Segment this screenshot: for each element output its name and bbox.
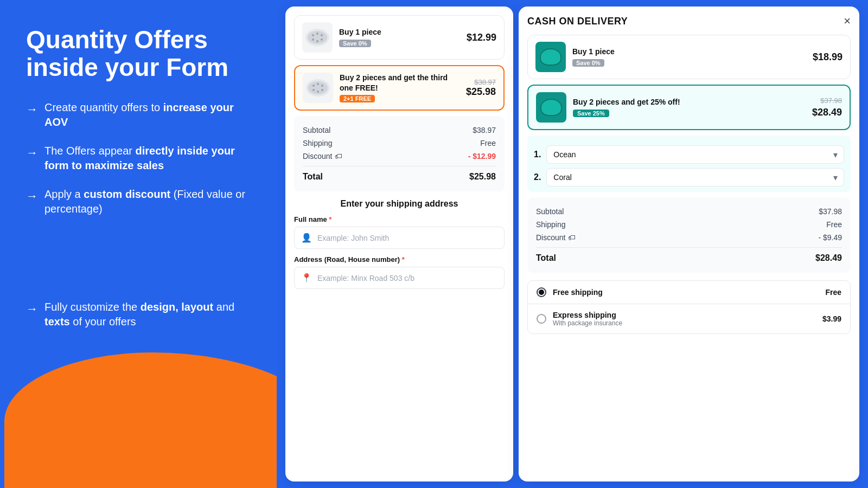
offer-info-2: Buy 2 pieces and get the third one FREE!…	[340, 73, 459, 102]
address-section-title: Enter your shipping address	[294, 199, 505, 209]
total-label: Total	[303, 172, 323, 182]
bullets-list: → Create quantity offers to increase you…	[26, 100, 255, 294]
bullet-text-1: Create quantity offers to increase your …	[44, 100, 255, 130]
r-subtotal-value: $37.98	[819, 207, 842, 216]
address-field: Address (Road, House number) * 📍 Example…	[294, 255, 505, 296]
bullet-text-3: Apply a custom discount (Fixed value or …	[44, 187, 255, 216]
shipping-row: Shipping Free	[303, 137, 496, 150]
r-save-badge-1: Save 0%	[572, 59, 604, 67]
offer-price-1: $12.99	[467, 32, 496, 43]
shipping-free-info: Free shipping	[553, 288, 819, 297]
person-icon: 👤	[301, 233, 312, 243]
offer-card-2[interactable]: Buy 2 pieces and get the third one FREE!…	[294, 65, 505, 111]
full-name-label: Full name *	[294, 215, 505, 223]
address-label: Address (Road, House number) *	[294, 255, 505, 264]
tag-icon: 🏷	[335, 152, 342, 160]
radio-inner-free	[539, 290, 544, 295]
radio-express[interactable]	[537, 314, 546, 324]
page-title: Quantity Offers inside your Form	[26, 26, 255, 81]
dropdown-row-2: 2. Coral Red Pink ▾	[534, 168, 844, 187]
right-panel: CASH ON DELIVERY × Buy 1 piece Save 0% $…	[519, 7, 859, 481]
dropdowns-container: 1. Ocean Teal Blue ▾ 2. Coral Red Pink ▾	[527, 136, 851, 192]
offer-title-2: Buy 2 pieces and get the third one FREE!	[340, 73, 459, 92]
shipping-label: Shipping	[303, 139, 333, 147]
r-total-label: Total	[536, 253, 556, 263]
shipping-express-sub: With package insurance	[553, 319, 816, 327]
shipping-express-name: Express shipping	[553, 311, 816, 319]
left-panel: Quantity Offers inside your Form → Creat…	[0, 0, 277, 488]
r-price-original-2: $37.98	[820, 97, 842, 105]
offer-card-1[interactable]: Buy 1 piece Save 0% $12.99	[294, 15, 505, 60]
r-save-badge-2: Save 25%	[573, 110, 609, 117]
r-discount-row: Discount 🏷 - $9.49	[536, 231, 842, 244]
dropdown-select-2[interactable]: Coral Red Pink	[546, 168, 844, 187]
arrow-icon-4: →	[26, 301, 38, 317]
arrow-icon-1: →	[26, 101, 38, 118]
shipping-free-price: Free	[825, 288, 841, 297]
svg-point-3	[316, 33, 318, 35]
full-name-field: Full name * 👤 Example: John Smith	[294, 215, 505, 255]
bullet-text-2: The Offers appear directly inside your f…	[44, 144, 255, 173]
svg-point-14	[317, 91, 319, 93]
r-offer-info-1: Buy 1 piece Save 0%	[572, 47, 806, 67]
shipping-free-name: Free shipping	[553, 288, 819, 297]
svg-point-15	[321, 89, 323, 91]
right-panel-header: CASH ON DELIVERY ×	[527, 15, 851, 27]
svg-point-10	[312, 85, 315, 87]
shipping-value: Free	[480, 139, 496, 147]
bullet-3: → Apply a custom discount (Fixed value o…	[26, 187, 255, 216]
bullet-text-4: Fully customize the design, layout and t…	[44, 300, 255, 329]
r-offer-title-1: Buy 1 piece	[572, 47, 806, 56]
r-offer-thumbnail-1	[535, 42, 566, 72]
r-tag-icon: 🏷	[568, 233, 576, 242]
subtotal-label: Subtotal	[303, 126, 330, 134]
svg-point-13	[312, 89, 315, 91]
save-badge-2: 2+1 FREE	[340, 95, 375, 102]
close-button[interactable]: ×	[844, 15, 851, 27]
full-name-input-wrapper[interactable]: 👤 Example: John Smith	[294, 227, 505, 249]
svg-point-4	[321, 34, 323, 36]
shipping-option-free[interactable]: Free shipping Free	[528, 281, 850, 304]
svg-point-2	[312, 34, 314, 36]
r-total-value: $28.49	[815, 253, 842, 263]
middle-panel: Buy 1 piece Save 0% $12.99 Buy 2 pieces …	[285, 7, 513, 481]
last-bullet-wrapper: → Fully customize the design, layout and…	[26, 300, 255, 329]
address-input-wrapper[interactable]: 📍 Example: Minx Road 503 c/b	[294, 267, 505, 289]
r-offer-price-2: $37.98 $28.49	[812, 97, 842, 118]
r-price-single-1: $18.99	[813, 52, 843, 62]
pillow-inner-2	[540, 99, 562, 116]
save-badge-1: Save 0%	[339, 40, 371, 47]
svg-point-5	[312, 38, 314, 41]
offer-title-1: Buy 1 piece	[339, 27, 460, 37]
dropdown-label-2: 2.	[534, 172, 541, 182]
r-offer-card-2[interactable]: Buy 2 pieces and get 25% off! Save 25% $…	[527, 85, 851, 130]
bullet-2: → The Offers appear directly inside your…	[26, 144, 255, 173]
r-total-row: Total $28.49	[536, 247, 842, 265]
dropdown-wrapper-2[interactable]: Coral Red Pink ▾	[546, 168, 844, 187]
arrow-icon-3: →	[26, 188, 38, 204]
dropdown-label-1: 1.	[534, 150, 541, 159]
offer-info-1: Buy 1 piece Save 0%	[339, 27, 460, 47]
r-shipping-row: Shipping Free	[536, 218, 842, 231]
address-placeholder: Example: Minx Road 503 c/b	[317, 274, 414, 282]
shipping-express-info: Express shipping With package insurance	[553, 311, 816, 327]
right-panel-title: CASH ON DELIVERY	[527, 16, 628, 27]
bullet-4: → Fully customize the design, layout and…	[26, 300, 255, 329]
dropdown-wrapper-1[interactable]: Ocean Teal Blue ▾	[546, 145, 844, 164]
subtotal-row: Subtotal $38.97	[303, 124, 496, 137]
radio-free[interactable]	[537, 287, 546, 297]
total-row: Total $25.98	[303, 166, 496, 184]
r-offer-card-1[interactable]: Buy 1 piece Save 0% $18.99	[527, 35, 851, 79]
svg-point-7	[321, 38, 323, 41]
r-offer-title-2: Buy 2 pieces and get 25% off!	[573, 97, 806, 107]
shipping-option-express[interactable]: Express shipping With package insurance …	[528, 304, 850, 333]
discount-label: Discount 🏷	[303, 152, 342, 160]
offer-thumbnail-2	[303, 73, 333, 103]
svg-point-12	[321, 85, 323, 87]
pillow-inner-1	[540, 48, 561, 66]
r-offer-thumbnail-2	[536, 92, 566, 123]
r-shipping-value: Free	[826, 220, 842, 229]
dropdown-select-1[interactable]: Ocean Teal Blue	[546, 145, 844, 164]
location-icon: 📍	[301, 273, 312, 283]
arrow-icon-2: →	[26, 145, 38, 161]
